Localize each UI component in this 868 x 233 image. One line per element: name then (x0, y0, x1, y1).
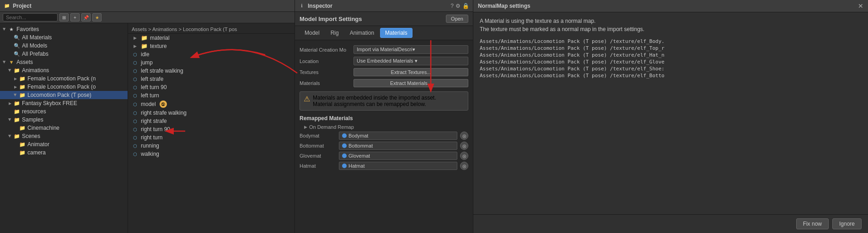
list-item-texture[interactable]: ▶ 📁 texture (128, 42, 295, 50)
normalmap-footer: Fix now Ignore (473, 214, 868, 233)
warning-line1: Materials are embedded inside the import… (313, 95, 436, 101)
extract-materials-button[interactable]: Extract Materials... (354, 79, 468, 87)
normalmap-desc-line2: The texture must be marked as a normal m… (480, 25, 862, 33)
list-item-right-strafe[interactable]: ⬡ right strafe (128, 117, 295, 125)
star-button[interactable]: ★ (92, 13, 102, 21)
favorites-section[interactable]: ▶ ★ Favorites (0, 25, 128, 33)
tab-materials[interactable]: Materials (380, 28, 413, 38)
sidebar-item-camera[interactable]: 📁 camera (0, 148, 128, 157)
camera-label: camera (27, 149, 46, 156)
extract-textures-button[interactable]: Extract Textures... (354, 68, 468, 76)
female-o-icon: 📁 (19, 84, 26, 90)
view-mode-button[interactable]: ⊞ (59, 13, 69, 21)
fix-now-button[interactable]: Fix now (796, 218, 829, 229)
ignore-button[interactable]: Ignore (832, 218, 862, 229)
bottommat-value[interactable]: Bottommat (339, 142, 457, 150)
sidebar-item-scenes[interactable]: ▶ 📁 Scenes (0, 132, 128, 140)
animations-folder-icon: 📁 (14, 67, 20, 74)
list-item-jump[interactable]: ⬡ jump (128, 58, 295, 67)
anim-icon: ⬡ (132, 92, 138, 99)
add-button[interactable]: + (70, 13, 80, 21)
anim-icon: ⬡ (132, 134, 138, 141)
normalmap-desc-line1: A Material is using the texture as a nor… (480, 17, 862, 25)
search-icon: 🔍 (14, 51, 20, 57)
location-dropdown[interactable]: Use Embedded Materials ▾ (354, 57, 468, 65)
glovemat-picker-button[interactable]: ◎ (460, 152, 468, 160)
warning-text: Materials are embedded inside the import… (313, 95, 436, 107)
tab-model[interactable]: Model (300, 28, 325, 38)
open-button[interactable]: Open (446, 15, 468, 23)
bottommat-picker-button[interactable]: ◎ (460, 142, 468, 150)
lock-icon[interactable]: 🔒 (462, 3, 469, 9)
sidebar-item-all-prefabs[interactable]: 🔍 All Prefabs (0, 50, 128, 58)
bodymat-picker-button[interactable]: ◎ (460, 132, 468, 140)
resources-label: resources (22, 108, 46, 115)
material-creation-dropdown[interactable]: Import via MaterialDescri▾ (354, 45, 468, 54)
materials-row: Materials Extract Materials... (295, 78, 473, 89)
pin-button[interactable]: 📌 (81, 13, 91, 21)
walking-label: walking (141, 151, 159, 157)
inspector-body: Material Creation Mo Import via Material… (295, 40, 473, 233)
list-item-left-turn-90[interactable]: ⬡ left turn 90 (128, 83, 295, 91)
normalmap-body: A Material is using the texture as a nor… (473, 12, 868, 214)
list-item-model[interactable]: ⬡ model ① (128, 100, 295, 109)
sidebar-item-resources[interactable]: 📁 resources (0, 107, 128, 116)
bottommat-text: Bottommat (348, 143, 373, 148)
animator-arrow (13, 142, 18, 147)
project-toolbar: ⊞ + 📌 ★ (0, 12, 295, 23)
sidebar-item-samples[interactable]: ▶ 📁 Samples (0, 116, 128, 124)
bodymat-value[interactable]: Bodymat (339, 132, 457, 140)
animations-label: Animations (22, 67, 49, 74)
tab-rig[interactable]: Rig (326, 28, 344, 38)
spacer (7, 51, 13, 57)
location-label: Location (300, 58, 350, 64)
list-item-left-strafe[interactable]: ⬡ left strafe (128, 75, 295, 83)
list-item-right-turn[interactable]: ⬡ right turn (128, 133, 295, 142)
sidebar-item-cinemachine[interactable]: 📁 Cinemachine (0, 124, 128, 132)
fantasy-label: Fantasy Skybox FREE (22, 100, 77, 106)
scenes-label: Scenes (22, 133, 40, 139)
list-item-idle[interactable]: ⬡ idle (128, 50, 295, 58)
all-models-label: All Models (22, 42, 47, 49)
list-item-left-strafe-walking[interactable]: ⬡ left strafe walking (128, 67, 295, 75)
sidebar-item-female-locomotion-o[interactable]: ▶ 📁 Female Locomotion Pack (o (0, 83, 128, 91)
female-o-arrow: ▶ (13, 84, 18, 90)
sidebar-item-all-models[interactable]: 🔍 All Models (0, 42, 128, 50)
left-turn-90-label: left turn 90 (141, 84, 167, 90)
left-strafe-label: left strafe (141, 76, 163, 82)
materials-label: Materials (300, 80, 350, 86)
hatmat-value[interactable]: Hatmat (339, 162, 457, 170)
sidebar-item-all-materials[interactable]: 🔍 All Materials (0, 33, 128, 42)
sidebar-item-female-locomotion-n[interactable]: ▶ 📁 Female Locomotion Pack (n (0, 74, 128, 83)
hatmat-picker-button[interactable]: ◎ (460, 162, 468, 170)
arrow-icon: ▶ (132, 43, 138, 49)
glovemat-circle (342, 154, 347, 158)
list-item-running[interactable]: ⬡ running (128, 142, 295, 150)
normalmap-file-3: Assets/Animations/Locomotion Pack (T pos… (480, 58, 862, 65)
resources-arrow (7, 109, 13, 114)
sidebar-item-animator[interactable]: 📁 Animator (0, 140, 128, 148)
warning-line2: Material assignments can be remapped bel… (313, 101, 436, 107)
search-input[interactable] (3, 13, 58, 21)
settings-icon[interactable]: ⚙ (455, 3, 461, 9)
sidebar-item-locomotion-pack[interactable]: ▶ 📁 Locomotion Pack (T pose) (0, 91, 128, 99)
close-button[interactable]: ✕ (858, 2, 863, 10)
list-item-right-strafe-walking[interactable]: ⬡ right strafe walking (128, 109, 295, 117)
glovemat-value[interactable]: Glovemat (339, 152, 457, 160)
anim-icon: ⬡ (132, 51, 138, 58)
anim-icon: ⬡ (132, 68, 138, 74)
textures-value: Extract Textures... (354, 68, 468, 76)
hatmat-circle (342, 164, 347, 168)
list-item-right-turn-90[interactable]: ⬡ right turn 90 (128, 125, 295, 133)
assets-section[interactable]: ▶ ▼ Assets (0, 58, 128, 66)
left-turn-label: left turn (141, 92, 159, 99)
help-icon[interactable]: ? (450, 3, 454, 9)
normalmap-header: NormalMap settings ✕ (473, 0, 868, 12)
list-item-walking[interactable]: ⬡ walking (128, 150, 295, 158)
tab-animation[interactable]: Animation (345, 28, 379, 38)
list-item-material[interactable]: ▶ 📁 material (128, 34, 295, 42)
bodymat-text: Bodymat (348, 133, 368, 138)
list-item-left-turn[interactable]: ⬡ left turn (128, 91, 295, 100)
sidebar-item-animations[interactable]: ▶ 📁 Animations (0, 66, 128, 74)
sidebar-item-fantasy-skybox[interactable]: ▶ 📁 Fantasy Skybox FREE (0, 99, 128, 107)
